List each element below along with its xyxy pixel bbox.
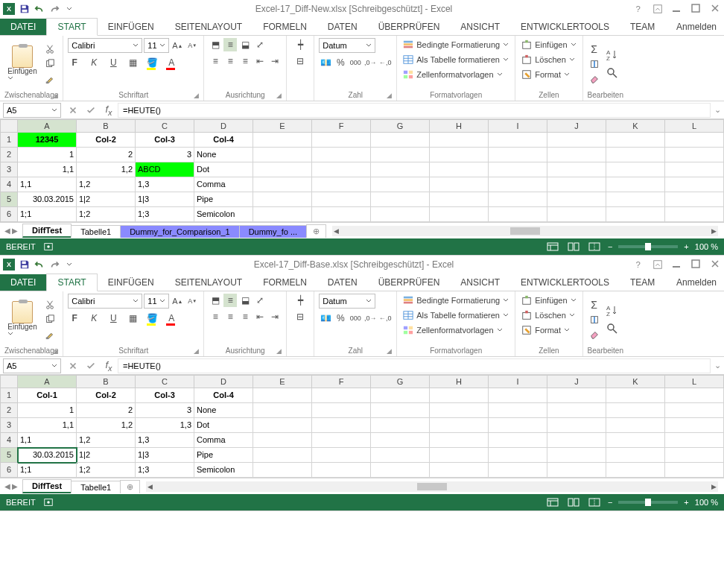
zoom-level[interactable]: 100 % — [695, 242, 718, 251]
col-header-J[interactable]: J — [547, 375, 606, 388]
copy-icon[interactable] — [43, 57, 57, 71]
bold-icon[interactable]: F — [68, 312, 81, 325]
row-header-3[interactable]: 3 — [0, 162, 18, 177]
cell-I5[interactable] — [489, 448, 547, 463]
row-header-6[interactable]: 6 — [0, 207, 18, 222]
close-icon[interactable] — [711, 4, 721, 14]
increase-indent-icon[interactable]: ⇥ — [268, 54, 282, 68]
sheet-tab-1[interactable]: Tabelle1 — [71, 225, 121, 238]
cell-J5[interactable] — [547, 192, 606, 207]
cell-G6[interactable] — [371, 463, 430, 478]
signin-link[interactable]: Anmelden — [669, 19, 724, 35]
bold-icon[interactable]: F — [68, 56, 81, 69]
col-header-D[interactable]: D — [194, 375, 253, 388]
qat-dropdown-icon[interactable] — [64, 4, 74, 14]
cell-K6[interactable] — [606, 207, 665, 222]
cell-I2[interactable] — [489, 148, 547, 162]
number-format-combo[interactable]: Datum — [319, 294, 375, 309]
cell-H1[interactable] — [430, 133, 489, 148]
thousands-icon[interactable]: 000 — [349, 56, 362, 69]
cell-G1[interactable] — [371, 133, 430, 148]
cell-G2[interactable] — [371, 148, 430, 162]
underline-icon[interactable]: U — [107, 56, 120, 69]
cell-G5[interactable] — [371, 448, 430, 463]
cell-L3[interactable] — [665, 418, 724, 433]
minimize-icon[interactable] — [672, 259, 682, 270]
cell-G2[interactable] — [371, 403, 430, 418]
cell-A5[interactable]: 30.03.2015 — [18, 448, 77, 463]
cell-C4[interactable]: 1,3 — [136, 433, 194, 448]
pagelayout-view-icon[interactable] — [566, 241, 581, 253]
cell-A1[interactable]: 12345 — [18, 133, 77, 148]
save-icon[interactable] — [19, 4, 30, 14]
cut-icon[interactable] — [43, 298, 57, 312]
cell-H5[interactable] — [430, 448, 489, 463]
format-as-table-button[interactable]: Als Tabelle formatieren — [401, 53, 510, 66]
row-header-1[interactable]: 1 — [0, 133, 18, 148]
sheet-nav-next-icon[interactable]: ▶ — [12, 482, 18, 490]
paste-button[interactable]: Einfügen — [4, 294, 40, 345]
cell-L6[interactable] — [665, 463, 724, 478]
add-sheet-icon[interactable]: ⊕ — [120, 480, 140, 493]
decrease-font-icon[interactable]: A▼ — [185, 294, 199, 308]
col-header-G[interactable]: G — [371, 119, 430, 133]
find-select-icon[interactable] — [604, 65, 620, 81]
tab-start[interactable]: START — [46, 274, 97, 291]
border-icon[interactable]: ▦ — [126, 312, 139, 325]
cell-K4[interactable] — [606, 433, 665, 448]
cell-E4[interactable] — [253, 433, 312, 448]
col-header-A[interactable]: A — [18, 375, 77, 388]
horizontal-scrollbar[interactable]: ◀▶ — [146, 481, 718, 492]
align-bottom-icon[interactable]: ⬓ — [238, 38, 252, 51]
cell-D6[interactable]: Semicolon — [194, 463, 253, 478]
cell-C2[interactable]: 3 — [136, 403, 194, 418]
cell-L1[interactable] — [665, 133, 724, 148]
cell-D2[interactable]: None — [194, 148, 253, 162]
cell-B5[interactable]: 1|2 — [77, 192, 136, 207]
cell-I4[interactable] — [489, 177, 547, 192]
cell-H6[interactable] — [430, 207, 489, 222]
cell-B3[interactable]: 1,2 — [77, 418, 136, 433]
cell-A2[interactable]: 1 — [18, 403, 77, 418]
align-center-icon[interactable]: ≡ — [223, 310, 237, 323]
format-painter-icon[interactable] — [43, 72, 57, 86]
macro-record-icon[interactable] — [43, 497, 54, 508]
increase-decimal-icon[interactable]: ,0→ — [363, 312, 377, 325]
cell-B1[interactable]: Col-2 — [77, 133, 136, 148]
tab-review[interactable]: ÜBERPRÜFEN — [368, 19, 451, 35]
thousands-icon[interactable]: 000 — [349, 312, 362, 325]
accept-formula-icon[interactable] — [82, 103, 100, 118]
maximize-icon[interactable] — [691, 259, 702, 270]
fill-color-icon[interactable]: 🪣 — [145, 56, 159, 69]
normal-view-icon[interactable] — [545, 241, 560, 253]
font-size-combo[interactable]: 11 — [144, 38, 169, 53]
cell-G3[interactable] — [371, 418, 430, 433]
cell-L5[interactable] — [665, 192, 724, 207]
accept-formula-icon[interactable] — [82, 358, 100, 373]
cell-C3[interactable]: 1,3 — [136, 418, 194, 433]
cell-K1[interactable] — [606, 388, 665, 403]
cell-K5[interactable] — [606, 448, 665, 463]
delete-cells-button[interactable]: Löschen — [520, 309, 577, 322]
cell-C1[interactable]: Col-3 — [136, 133, 194, 148]
qat-dropdown-icon[interactable] — [64, 259, 74, 270]
cell-I4[interactable] — [489, 433, 547, 448]
cell-B2[interactable]: 2 — [77, 403, 136, 418]
decrease-font-icon[interactable]: A▼ — [185, 39, 199, 52]
cut-icon[interactable] — [43, 42, 57, 56]
tab-developer[interactable]: ENTWICKLERTOOLS — [510, 19, 620, 35]
cell-J2[interactable] — [547, 148, 606, 162]
tab-view[interactable]: ANSICHT — [450, 19, 510, 35]
cell-H2[interactable] — [430, 403, 489, 418]
cell-E5[interactable] — [253, 448, 312, 463]
zoom-out-icon[interactable]: − — [608, 242, 612, 251]
col-header-H[interactable]: H — [430, 119, 489, 133]
cell-A4[interactable]: 1,1 — [18, 177, 77, 192]
tab-pagelayout[interactable]: SEITENLAYOUT — [165, 274, 253, 291]
cell-F1[interactable] — [312, 133, 371, 148]
cell-K3[interactable] — [606, 418, 665, 433]
increase-font-icon[interactable]: A▲ — [171, 294, 184, 308]
font-color-icon[interactable]: A — [165, 56, 178, 69]
align-launcher-icon[interactable]: ◢ — [276, 92, 282, 99]
zoom-out-icon[interactable]: − — [608, 498, 612, 507]
